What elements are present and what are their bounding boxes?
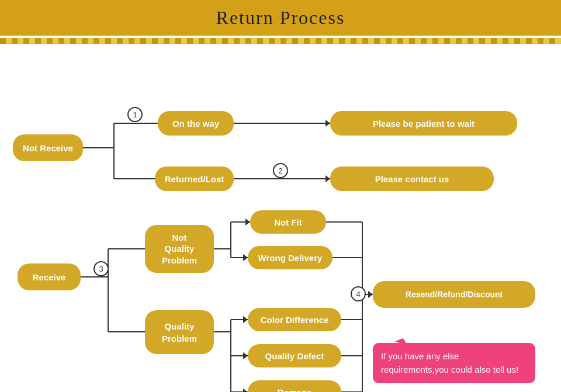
badge-2: 2 — [273, 163, 288, 178]
svg-marker-16 — [243, 254, 248, 261]
svg-marker-4 — [325, 120, 330, 127]
resend-node: Resend/Refund/Discount — [373, 281, 535, 308]
quality-defect-node: Quality Defect — [248, 344, 341, 367]
color-difference-node: Color Difference — [248, 308, 341, 331]
svg-marker-7 — [325, 175, 330, 182]
quality-problem-node: Quality Problem — [145, 310, 214, 354]
damage-node: Damage — [248, 380, 341, 392]
badge-1: 1 — [127, 107, 143, 122]
svg-marker-33 — [368, 291, 373, 298]
receive-node: Receive — [18, 263, 81, 290]
wrong-delivery-node: Wrong Delivery — [248, 246, 333, 269]
not-quality-problem-node: Not Quality Problem — [145, 225, 214, 273]
on-the-way-node: On the way — [158, 111, 234, 136]
svg-marker-21 — [243, 316, 248, 323]
please-contact-node: Please contact us — [330, 166, 494, 191]
svg-marker-23 — [243, 352, 248, 359]
header-border — [0, 38, 561, 44]
header: Return Process — [0, 0, 561, 36]
badge-3: 3 — [94, 261, 109, 276]
please-wait-node: Please be patient to wait — [330, 111, 517, 136]
content-area: Not Receive On the way Returned/Lost Ple… — [0, 44, 561, 392]
page-title: Return Process — [0, 7, 561, 29]
badge-4: 4 — [351, 286, 366, 301]
not-receive-node: Not Receive — [13, 134, 83, 161]
svg-marker-14 — [245, 218, 250, 226]
not-fit-node: Not Fit — [250, 210, 326, 234]
speech-bubble: If you have any else requirements,you co… — [373, 343, 535, 383]
svg-marker-25 — [243, 388, 248, 392]
returned-lost-node: Returned/Lost — [155, 166, 234, 191]
